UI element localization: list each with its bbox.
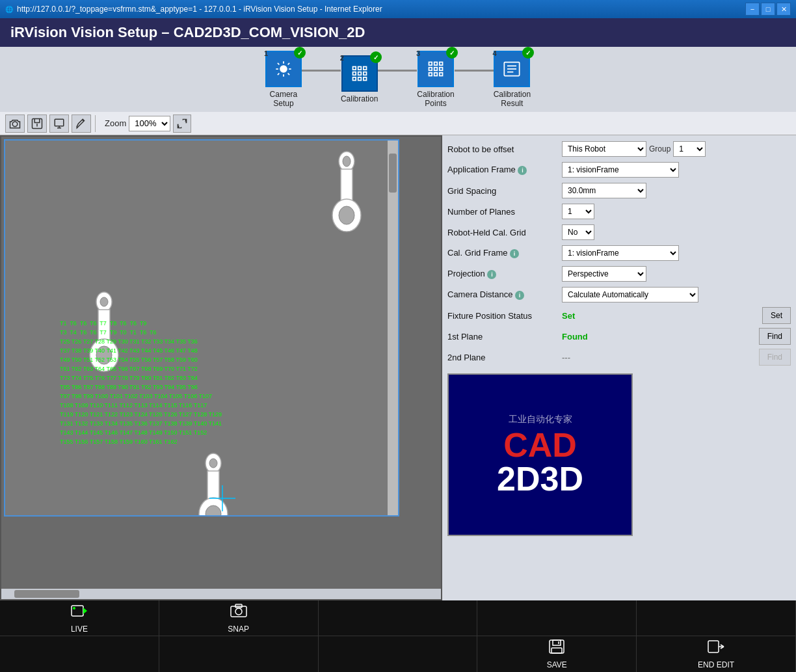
canvas-scrollbar-h[interactable] [1, 589, 442, 599]
svg-point-27 [343, 156, 351, 167]
svg-point-45 [73, 607, 75, 610]
live-button[interactable]: LIVE [0, 600, 159, 636]
empty-btn-1 [319, 600, 478, 636]
cal-grid-frame-row: Cal. Grid Frame i 1: visionFrame 2: Fram… [447, 243, 791, 263]
camera-distance-info-icon: i [515, 291, 524, 300]
num-planes-value: 1 2 3 [562, 204, 791, 219]
maximize-button[interactable]: □ [761, 3, 775, 16]
step-3-checkmark: ✓ [446, 47, 458, 59]
robot-held-cal-row: Robot-Held Cal. Grid No Yes [447, 222, 791, 242]
application-frame-row: Application Frame i 1: visionFrame 2: Fr… [447, 160, 791, 180]
save-icon [548, 639, 566, 658]
second-plane-find-button: Find [759, 349, 791, 366]
save-button[interactable]: SAVE [477, 636, 637, 672]
svg-rect-25 [55, 119, 64, 126]
group-select[interactable]: 1 2 3 [673, 141, 706, 157]
canvas-inner: T1 T6 T6 T6 T7 T8 T6 T6 T9 T3 T4 T6 T6 T… [4, 139, 399, 517]
svg-rect-53 [708, 641, 719, 652]
end-edit-button[interactable]: END EDIT [637, 636, 796, 672]
canvas-area[interactable]: T1 T6 T6 T6 T7 T8 T6 T6 T9 T3 T4 T6 T6 T… [0, 135, 442, 600]
main-content: T1 T6 T6 T6 T7 T8 T6 T6 T9 T3 T4 T6 T6 T… [0, 135, 796, 600]
app-frame-select[interactable]: 1: visionFrame 2: Frame2 [562, 162, 679, 178]
svg-rect-15 [440, 68, 443, 71]
second-plane-row: 2nd Plane --- Find [447, 347, 791, 367]
empty-btn-5 [159, 636, 319, 672]
fixture-position-label: Fixture Position Status [447, 311, 558, 321]
zoom-label: Zoom [105, 118, 126, 128]
live-icon [70, 603, 88, 622]
robot-offset-select[interactable]: This Robot Robot 1 Robot 2 [562, 141, 646, 157]
browser-icon: 🌐 [5, 6, 13, 13]
window-controls[interactable]: − □ ✕ [745, 3, 791, 16]
fixture-set-button[interactable]: Set [762, 307, 791, 324]
svg-rect-16 [429, 73, 432, 76]
canvas-svg [5, 141, 398, 515]
snap-button[interactable]: SNAP [159, 600, 319, 636]
minimize-button[interactable]: − [745, 3, 760, 16]
first-plane-row: 1st Plane Found Find [447, 327, 791, 346]
svg-point-37 [209, 459, 217, 468]
window-title: http://127.0.0.1/?_toppage=vsfrmn.stm&_a… [17, 5, 745, 14]
svg-rect-12 [440, 62, 443, 66]
svg-rect-11 [434, 62, 438, 66]
close-button[interactable]: ✕ [776, 3, 791, 16]
svg-rect-1 [352, 67, 356, 70]
projection-row: Projection i Perspective Orthographic [447, 264, 791, 284]
step-4-checkmark: ✓ [522, 47, 534, 59]
num-planes-select[interactable]: 1 2 3 [562, 204, 594, 219]
scroll-h-thumb[interactable] [14, 590, 79, 598]
camera-distance-row: Camera Distance i Calculate Automaticall… [447, 285, 791, 304]
first-plane-value: Found [562, 332, 755, 342]
svg-rect-18 [440, 73, 443, 76]
cad-image: 工业自动化专家 CAD 2D3D [447, 373, 633, 536]
cal-grid-frame-select[interactable]: 1: visionFrame 2: Frame2 [562, 245, 679, 261]
svg-rect-43 [72, 606, 83, 616]
config-toolbar-btn[interactable] [49, 114, 69, 133]
projection-select[interactable]: Perspective Orthographic [562, 266, 646, 282]
step-2-calibration[interactable]: 2 ✓ Calibration [341, 55, 378, 103]
second-plane-value: --- [562, 353, 755, 362]
canvas-scrollbar-v[interactable] [388, 141, 398, 515]
pen-toolbar-btn[interactable] [72, 114, 91, 133]
svg-rect-14 [434, 68, 438, 71]
step-3-calibration-points[interactable]: 3 ✓ CalibrationPoints [417, 51, 454, 108]
step-4-calibration-result[interactable]: 4 ✓ CalibrationResult [494, 51, 531, 108]
svg-point-47 [235, 608, 242, 615]
empty-btn-3 [637, 600, 796, 636]
svg-rect-8 [358, 77, 361, 81]
step-1-camera-setup[interactable]: 1 ✓ CameraSetup [265, 51, 302, 108]
projection-value: Perspective Orthographic [562, 266, 791, 282]
app-frame-label: Application Frame i [447, 165, 558, 175]
fullscreen-btn[interactable] [173, 114, 191, 133]
grid-spacing-row: Grid Spacing 30.0mm 20.0mm 25.0mm 40.0mm… [447, 181, 791, 200]
robot-held-label: Robot-Held Cal. Grid [447, 228, 558, 237]
svg-marker-44 [83, 608, 87, 614]
scroll-v-thumb[interactable] [389, 154, 397, 193]
svg-rect-9 [363, 77, 366, 81]
live-label: LIVE [71, 625, 88, 634]
first-plane-find-button[interactable]: Find [759, 328, 791, 345]
app-title: iRVision Vision Setup – CAD2D3D_COM_VISI… [10, 24, 365, 41]
end-edit-icon [707, 639, 725, 658]
svg-point-0 [280, 65, 287, 73]
grid-spacing-select[interactable]: 30.0mm 20.0mm 25.0mm 40.0mm 50.0mm [562, 183, 646, 198]
app-title-bar: iRVision Vision Setup – CAD2D3D_COM_VISI… [0, 18, 796, 47]
cal-grid-frame-label: Cal. Grid Frame i [447, 248, 558, 258]
app-frame-info-icon: i [518, 166, 527, 175]
svg-point-30 [339, 206, 354, 224]
camera-distance-select[interactable]: Calculate Automatically Manual [562, 287, 698, 302]
svg-rect-17 [434, 73, 438, 76]
number-of-planes-row: Number of Planes 1 2 3 [447, 202, 791, 221]
robot-held-select[interactable]: No Yes [562, 224, 594, 240]
camera-distance-label: Camera Distance i [447, 289, 558, 300]
group-label: Group [649, 144, 670, 154]
grid-spacing-label: Grid Spacing [447, 186, 558, 196]
camera-toolbar-btn[interactable] [5, 114, 25, 133]
zoom-select[interactable]: 100% 50% 75% 125% 150% 200% [129, 116, 170, 131]
step-1-checkmark: ✓ [294, 47, 306, 59]
svg-rect-51 [551, 648, 562, 653]
grid-spacing-value: 30.0mm 20.0mm 25.0mm 40.0mm 50.0mm [562, 183, 791, 198]
robot-offset-label: Robot to be offset [447, 144, 558, 154]
projection-info-icon: i [487, 270, 496, 279]
save-toolbar-btn[interactable] [27, 114, 47, 133]
